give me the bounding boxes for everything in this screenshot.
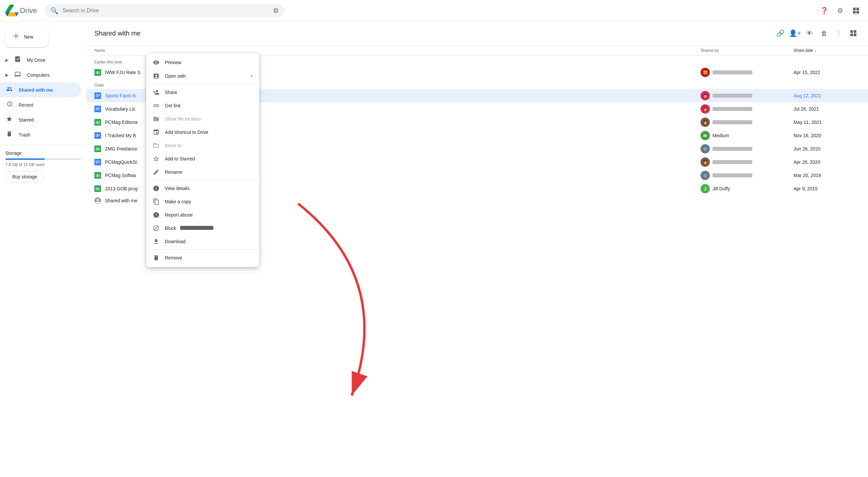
file-name: Sports Facts fo (105, 93, 136, 98)
add-person-button[interactable]: 👤+ (788, 27, 802, 40)
sheets-icon (94, 185, 101, 192)
menu-item-open-with[interactable]: Open with › (146, 69, 259, 83)
sidebar-item-trash[interactable]: Trash (0, 127, 81, 142)
my-drive-icon (13, 56, 22, 64)
menu-divider (146, 180, 259, 180)
menu-item-remove-label: Remove (165, 255, 253, 260)
share-icon (153, 89, 159, 96)
content-header: Shared with me 🔗 👤+ 👁 🗑 ⋮ (86, 21, 868, 45)
share-date-cell: Apr 15, 2022 (794, 70, 860, 75)
menu-item-view-details-label: View details (165, 186, 253, 191)
menu-item-rename[interactable]: Rename (146, 165, 259, 179)
trash-icon (5, 131, 13, 139)
help-button[interactable]: ❓ (817, 4, 831, 17)
svg-rect-12 (96, 107, 100, 108)
svg-rect-23 (96, 136, 98, 137)
docs-icon (94, 106, 101, 112)
storage-label: Storage (5, 151, 81, 156)
shared-by-cell: J Jill Duffy (701, 184, 794, 193)
menu-divider (146, 250, 259, 250)
header-right: ❓ ⚙ (817, 4, 863, 17)
docs-icon (94, 159, 101, 165)
menu-item-block[interactable]: Block (146, 222, 259, 235)
name-column-header[interactable]: Name (94, 48, 701, 53)
drive-logo-icon (5, 4, 19, 17)
menu-item-view-details[interactable]: View details (146, 182, 259, 195)
sidebar-item-shared-with-me[interactable]: Shared with me (0, 83, 81, 97)
sidebar-item-my-drive[interactable]: ▶ My Drive (0, 53, 81, 67)
content-title: Shared with me (94, 30, 774, 37)
svg-rect-36 (96, 177, 100, 177)
app-container: Drive 🔍 ⚙ ❓ ⚙ (0, 0, 868, 477)
avatar: 👩 (701, 104, 710, 114)
search-bar[interactable]: 🔍 ⚙ (45, 4, 284, 17)
new-button-label: New (24, 34, 33, 39)
rename-icon (153, 169, 159, 176)
menu-item-add-starred[interactable]: Add to Starred (146, 152, 259, 165)
sidebar-item-computers[interactable]: ▶ Computers (0, 67, 81, 83)
svg-rect-32 (96, 163, 98, 163)
avatar: ⊙ (701, 144, 710, 154)
menu-item-share[interactable]: Share (146, 86, 259, 99)
menu-item-add-shortcut[interactable]: Add shortcut to Drive (146, 126, 259, 139)
share-date-column-header[interactable]: Share date ↓ (794, 48, 860, 53)
block-name-blurred (180, 226, 213, 230)
docs-icon (94, 132, 101, 139)
delete-button[interactable]: 🗑 (817, 27, 831, 40)
sidebar-item-starred[interactable]: Starred (0, 112, 81, 127)
preview-icon (153, 59, 159, 66)
filter-icon[interactable]: ⚙ (273, 7, 279, 14)
svg-rect-41 (96, 190, 100, 190)
sheets-icon (94, 172, 101, 179)
menu-item-remove[interactable]: Remove (146, 251, 259, 264)
expand-icon: ▶ (5, 58, 8, 62)
copy-icon (153, 198, 159, 205)
move-to-icon (153, 142, 159, 149)
file-name: PCMagQuickSt (105, 159, 137, 165)
folder-icon (153, 116, 159, 122)
recent-icon (5, 101, 13, 109)
buy-storage-button[interactable]: Buy storage (5, 171, 44, 182)
share-link-button[interactable]: 🔗 (774, 27, 787, 40)
settings-button[interactable]: ⚙ (833, 4, 847, 17)
menu-item-preview[interactable]: Preview (146, 56, 259, 69)
search-input[interactable] (62, 8, 269, 13)
menu-item-report-abuse[interactable]: Report abuse (146, 208, 259, 222)
file-name: 2013 GOB prog (105, 186, 137, 191)
sort-arrow-icon: ↓ (814, 48, 816, 53)
menu-item-block-label: Block (165, 226, 253, 231)
menu-item-download[interactable]: Download (146, 235, 259, 248)
file-name: Shared with me (105, 198, 137, 203)
shared-by-column-header[interactable]: Shared by (701, 48, 794, 53)
logo-area[interactable]: Drive (5, 4, 37, 17)
apps-button[interactable] (849, 4, 863, 17)
svg-rect-8 (96, 94, 100, 95)
sidebar-item-recent[interactable]: Recent (0, 97, 81, 112)
grid-view-button[interactable] (847, 27, 860, 40)
file-name: PCMag Editoria (105, 120, 137, 125)
avatar: 👩 (701, 157, 710, 167)
avatar: 👩 (701, 91, 710, 100)
blurred-name (712, 94, 752, 98)
share-date-cell: Apr 28, 2020 (794, 159, 860, 165)
menu-item-make-copy[interactable]: Make a copy (146, 195, 259, 208)
menu-item-get-link[interactable]: Get link (146, 99, 259, 112)
shared-by-cell: 👩 (701, 157, 794, 167)
blurred-name (712, 70, 752, 74)
more-options-button[interactable]: ⋮ (832, 27, 845, 40)
shared-by-cell: ⊙ (701, 144, 794, 154)
storage-bar-bg (5, 158, 81, 160)
search-icon: 🔍 (50, 7, 59, 14)
preview-button[interactable]: 👁 (803, 27, 816, 40)
file-name: I Tracked My B (105, 133, 136, 138)
menu-item-report-abuse-label: Report abuse (165, 212, 253, 218)
file-name: ZMG Freelance (105, 146, 137, 152)
svg-rect-26 (96, 149, 100, 150)
new-button[interactable]: New (5, 27, 49, 47)
storage-text: 7.8 GB of 15 GB used (5, 162, 81, 167)
shared-by-name: Jill Duffy (712, 186, 730, 191)
sidebar-item-my-drive-label: My Drive (27, 58, 45, 63)
shared-by-name: Medium (712, 133, 729, 138)
svg-rect-25 (96, 148, 100, 149)
menu-item-make-copy-label: Make a copy (165, 199, 253, 204)
